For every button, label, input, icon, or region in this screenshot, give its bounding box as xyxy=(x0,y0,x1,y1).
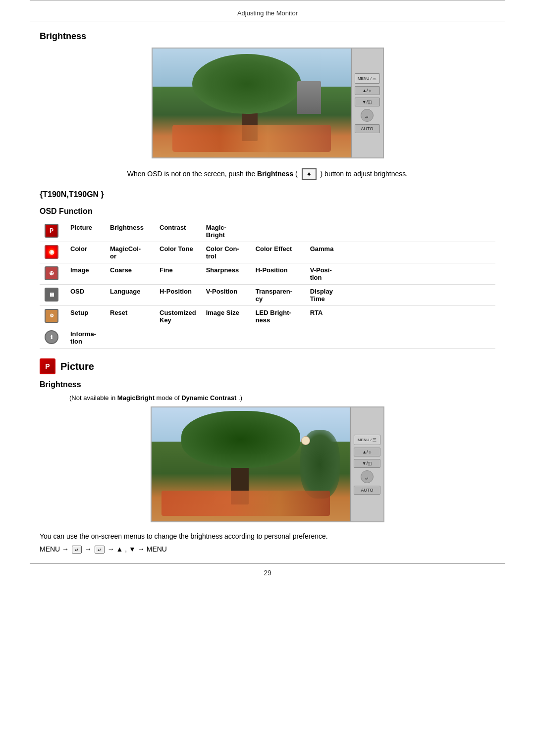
contrast-col: Contrast xyxy=(160,224,186,231)
enter-button: ↵ xyxy=(361,109,374,122)
up-button: ▲/☼ xyxy=(355,86,380,95)
osd-icon: ▦ xyxy=(45,288,58,302)
enter-icon-2: ↵ xyxy=(95,546,105,554)
colortone-col: Color Tone xyxy=(160,245,193,252)
page-number: 29 xyxy=(0,564,535,582)
coarse-col: Coarse xyxy=(110,266,132,274)
picture-section-header: P Picture xyxy=(40,358,495,374)
osd-table: P Picture Brightness Contrast Magic-Brig… xyxy=(40,221,495,349)
osd-label: OSD xyxy=(70,288,84,295)
table-row: ⚙ Setup Reset CustomizedKey Image Size L… xyxy=(40,306,495,327)
rta-col: RTA xyxy=(310,309,323,316)
image-label: Image xyxy=(70,266,89,274)
menu-button-label: MENU / 三 xyxy=(355,73,380,84)
transparency-col: Transparen-cy xyxy=(256,288,292,302)
table-row: ▦ OSD Language H-Position V-Position Tra… xyxy=(40,285,495,306)
magicbright-col: Magic-Bright xyxy=(206,224,226,239)
brightness-icon: ✦ xyxy=(302,168,317,180)
brightness-col: Brightness xyxy=(110,224,144,231)
setup-label: Setup xyxy=(70,309,88,316)
picture-label: Picture xyxy=(70,224,92,231)
magiccol-col: MagicCol-or xyxy=(110,245,141,260)
enter-button-2: ↵ xyxy=(361,470,374,483)
up-button-2: ▲/☼ xyxy=(354,448,380,456)
gamma-col: Gamma xyxy=(310,245,334,252)
table-row: ⊕ Image Coarse Fine Sharpness H-Position… xyxy=(40,263,495,285)
menu-button-label-2: MENU / 三 xyxy=(354,435,380,445)
language-col: Language xyxy=(110,288,140,295)
top-border xyxy=(30,0,505,4)
enter-icon-1: ↵ xyxy=(72,546,82,554)
picture-section-title: Picture xyxy=(60,361,94,372)
osd-function-title: OSD Function xyxy=(40,207,495,216)
imagesize-col: Image Size xyxy=(206,309,239,316)
monitor-side-panel: MENU / 三 ▲/☼ ▼/◫ ↵ AUTO xyxy=(351,49,383,157)
note-text: (Not available in MagicBright mode of Dy… xyxy=(69,394,495,402)
down-button: ▼/◫ xyxy=(355,98,380,106)
customkey-col: CustomizedKey xyxy=(160,309,196,324)
hposition-col: H-Position xyxy=(256,266,288,274)
ledbright-col: LED Bright-ness xyxy=(256,309,291,324)
colortrol-col: Color Con-trol xyxy=(206,245,239,260)
table-row: P Picture Brightness Contrast Magic-Brig… xyxy=(40,221,495,242)
image-icon: ⊕ xyxy=(45,266,58,280)
auto-button-2: AUTO xyxy=(354,486,380,495)
info-icon: ℹ xyxy=(45,330,58,344)
brightness-subtitle: Brightness xyxy=(40,380,495,389)
down-button-2: ▼/◫ xyxy=(354,459,380,468)
table-row: ◉ Color MagicCol-or Color Tone Color Con… xyxy=(40,242,495,263)
auto-button: AUTO xyxy=(355,124,380,133)
brightness-description: You can use the on-screen menus to chang… xyxy=(40,532,495,540)
vposition-col: V-Posi-tion xyxy=(310,266,332,281)
page-container: Adjusting the Monitor Brightness xyxy=(0,0,535,756)
table-row: ℹ Informa-tion xyxy=(40,327,495,349)
dynamic-contrast-note: Dynamic Contrast xyxy=(181,394,236,402)
sharpness-col: Sharpness xyxy=(206,266,239,274)
hpos-col: H-Position xyxy=(160,288,192,295)
setup-icon: ⚙ xyxy=(45,309,58,323)
color-label: Color xyxy=(70,245,87,252)
picture-section-icon: P xyxy=(40,358,55,374)
brightness-bold: Brightness xyxy=(257,170,293,178)
menu-path: MENU → ↵ → ↵ → ▲ , ▼ → MENU xyxy=(40,545,495,554)
fine-col: Fine xyxy=(160,266,173,274)
reset-col: Reset xyxy=(110,309,127,316)
magicbright-note: MagicBright xyxy=(117,394,155,402)
vpos-col: V-Position xyxy=(206,288,238,295)
monitor-image-2: MENU / 三 ▲/☼ ▼/◫ ↵ AUTO xyxy=(40,406,495,522)
color-icon: ◉ xyxy=(45,245,58,259)
coloreffect-col: Color Effect xyxy=(256,245,292,252)
monitor-image-1: MENU / 三 ▲/☼ ▼/◫ ↵ AUTO xyxy=(40,48,495,158)
brightness-instruction: When OSD is not on the screen, push the … xyxy=(40,168,495,180)
displaytime-col: DisplayTime xyxy=(310,288,333,302)
info-label: Informa-tion xyxy=(70,330,96,345)
picture-icon: P xyxy=(45,224,58,238)
model-title: {T190N,T190GN } xyxy=(40,190,495,199)
page-title: Adjusting the Monitor xyxy=(30,4,505,21)
main-content: Brightness xyxy=(40,21,495,554)
brightness-title: Brightness xyxy=(40,31,495,42)
monitor-side-panel-2: MENU / 三 ▲/☼ ▼/◫ ↵ AUTO xyxy=(350,407,383,521)
